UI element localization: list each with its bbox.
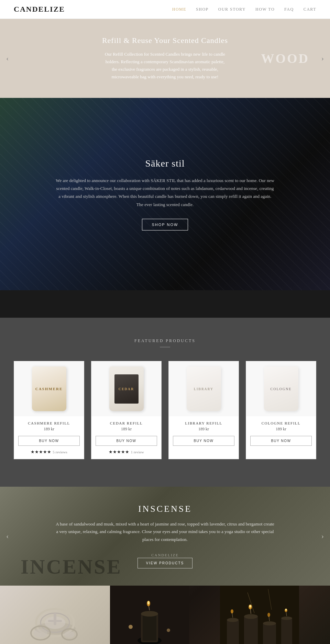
- svg-point-31: [263, 621, 276, 625]
- saker-description: We are delighted to announce our collabo…: [55, 177, 275, 209]
- svg-rect-21: [227, 620, 239, 644]
- photo-grid: [0, 586, 330, 644]
- product-stars-cedar: ★★★★★1 review: [96, 449, 157, 455]
- incense-content: INSCENSE A base of sandalwood and musk, …: [0, 487, 330, 585]
- dark-spacer: [0, 290, 330, 318]
- svg-point-24: [231, 609, 233, 613]
- svg-point-22: [227, 618, 239, 622]
- hero-description: Our Refill Collection for Scented Candle…: [103, 50, 227, 81]
- photo-tile-candles-group: [220, 586, 330, 644]
- bag-cedar: CEDAR: [109, 366, 144, 411]
- featured-divider: [160, 347, 170, 347]
- product-price-library: 189 kr: [173, 427, 234, 432]
- nav-link-shop[interactable]: SHOP: [196, 7, 209, 12]
- bag-cedar-inner: CEDAR: [114, 374, 139, 404]
- product-card-cedar: CEDAR CEDAR REFILL 189 kr BUY NOW ★★★★★1…: [91, 361, 162, 459]
- product-name-cashmere: CASHMERE REFILL: [18, 421, 80, 425]
- nav-link-faq[interactable]: FAQ: [284, 7, 294, 12]
- review-count: 1 review: [131, 450, 144, 454]
- star-icons: ★★★★★: [31, 449, 51, 455]
- photo-tile-bowls: [0, 586, 110, 644]
- star-icons: ★★★★★: [109, 449, 129, 455]
- bag-library-label: LIBRARY: [194, 387, 213, 391]
- featured-heading: FEATURED PRODUCTS: [14, 338, 316, 343]
- product-name-cedar: CEDAR REFILL: [96, 421, 157, 425]
- incense-prev-arrow[interactable]: ‹: [3, 529, 11, 543]
- incense-description: A base of sandalwood and musk, mixed wit…: [55, 520, 275, 543]
- svg-point-18: [129, 625, 133, 629]
- featured-section: FEATURED PRODUCTS CASHMERE CASHMERE REFI…: [0, 318, 330, 487]
- products-grid: CASHMERE CASHMERE REFILL 189 kr BUY NOW …: [14, 361, 316, 459]
- incense-brand: CANDELIZE: [55, 553, 275, 557]
- product-info-cashmere: CASHMERE REFILL 189 kr BUY NOW ★★★★★5 re…: [14, 416, 84, 459]
- nav-links: HOMESHOPOUR STORYHOW TOFAQCART: [172, 7, 316, 12]
- product-stars-cashmere: ★★★★★5 reviews: [18, 449, 80, 455]
- svg-point-35: [281, 617, 292, 620]
- hero-title: Refill & Reuse Your Scented Candles: [41, 36, 289, 45]
- buy-now-button-cashmere[interactable]: BUY NOW: [18, 436, 80, 446]
- hero-banner: ‹ WOOD Refill & Reuse Your Scented Candl…: [0, 19, 330, 98]
- svg-point-19: [167, 629, 170, 632]
- saker-shop-now-button[interactable]: SHOP NOW: [142, 219, 188, 230]
- incense-title: INSCENSE: [55, 504, 275, 514]
- svg-point-26: [244, 614, 258, 619]
- product-image-library: LIBRARY: [169, 361, 239, 416]
- product-info-cologne: COLOGNE REFILL 189 kr BUY NOW: [246, 416, 316, 450]
- incense-next-arrow[interactable]: ›: [319, 529, 327, 543]
- svg-point-14: [141, 611, 158, 617]
- bag-library: LIBRARY: [187, 366, 221, 411]
- nav-link-cart[interactable]: CART: [304, 7, 316, 12]
- buy-now-button-library[interactable]: BUY NOW: [173, 436, 234, 446]
- photo-tile-candle-dark: [110, 586, 220, 644]
- svg-rect-5: [48, 620, 62, 622]
- product-info-library: LIBRARY REFILL 189 kr BUY NOW: [169, 416, 239, 450]
- product-image-cedar: CEDAR: [91, 361, 161, 416]
- svg-point-38: [285, 609, 287, 611]
- saker-content: Säker stil We are delighted to announce …: [0, 137, 330, 251]
- svg-point-29: [249, 605, 251, 608]
- navbar: CANDELIZE HOMESHOPOUR STORYHOW TOFAQCART: [0, 0, 330, 19]
- product-card-library: LIBRARY LIBRARY REFILL 189 kr BUY NOW: [168, 361, 239, 459]
- svg-point-33: [267, 613, 270, 617]
- buy-now-button-cologne[interactable]: BUY NOW: [250, 436, 312, 446]
- product-price-cedar: 189 kr: [96, 427, 157, 432]
- product-card-cologne: COLOGNE COLOGNE REFILL 189 kr BUY NOW: [246, 361, 316, 459]
- product-image-cashmere: CASHMERE: [14, 361, 84, 416]
- nav-link-home[interactable]: HOME: [172, 7, 186, 12]
- bag-cedar-label: CEDAR: [119, 387, 134, 391]
- svg-rect-25: [244, 617, 258, 644]
- bag-cashmere-label: CASHMERE: [35, 387, 63, 391]
- svg-point-17: [147, 601, 150, 605]
- product-bag-library: LIBRARY: [183, 365, 224, 413]
- saker-title: Säker stil: [55, 158, 275, 169]
- nav-link-our-story[interactable]: OUR STORY: [218, 7, 246, 12]
- svg-point-9: [64, 631, 75, 638]
- bag-cashmere: CASHMERE: [32, 366, 66, 411]
- product-info-cedar: CEDAR REFILL 189 kr BUY NOW ★★★★★1 revie…: [91, 416, 161, 459]
- product-bag-cedar: CEDAR: [106, 365, 147, 413]
- svg-point-7: [34, 629, 47, 637]
- product-bag-cologne: COLOGNE: [261, 365, 302, 413]
- product-card-cashmere: CASHMERE CASHMERE REFILL 189 kr BUY NOW …: [14, 361, 84, 459]
- bag-cologne: COLOGNE: [264, 366, 298, 411]
- svg-rect-4: [54, 613, 56, 625]
- hero-next-arrow[interactable]: ›: [319, 51, 327, 66]
- hero-prev-arrow[interactable]: ‹: [3, 51, 11, 66]
- product-price-cashmere: 189 kr: [18, 427, 80, 432]
- hero-wood-text: WOOD: [261, 51, 309, 66]
- product-price-cologne: 189 kr: [250, 427, 312, 432]
- incense-section: INCENSE ‹ INSCENSE A base of sandalwood …: [0, 487, 330, 585]
- review-count: 5 reviews: [53, 450, 67, 454]
- nav-link-how-to[interactable]: HOW TO: [255, 7, 275, 12]
- product-image-cologne: COLOGNE: [246, 361, 316, 416]
- featured-title: FEATURED PRODUCTS: [14, 338, 316, 343]
- product-name-library: LIBRARY REFILL: [173, 421, 234, 425]
- nav-logo[interactable]: CANDELIZE: [14, 5, 65, 14]
- product-name-cologne: COLOGNE REFILL: [250, 421, 312, 425]
- svg-rect-30: [263, 623, 276, 644]
- svg-rect-34: [281, 618, 292, 644]
- view-products-button[interactable]: VIEW PRODUCTS: [138, 558, 192, 568]
- buy-now-button-cedar[interactable]: BUY NOW: [96, 436, 157, 446]
- saker-section: Säker stil We are delighted to announce …: [0, 98, 330, 290]
- svg-rect-13: [143, 615, 156, 641]
